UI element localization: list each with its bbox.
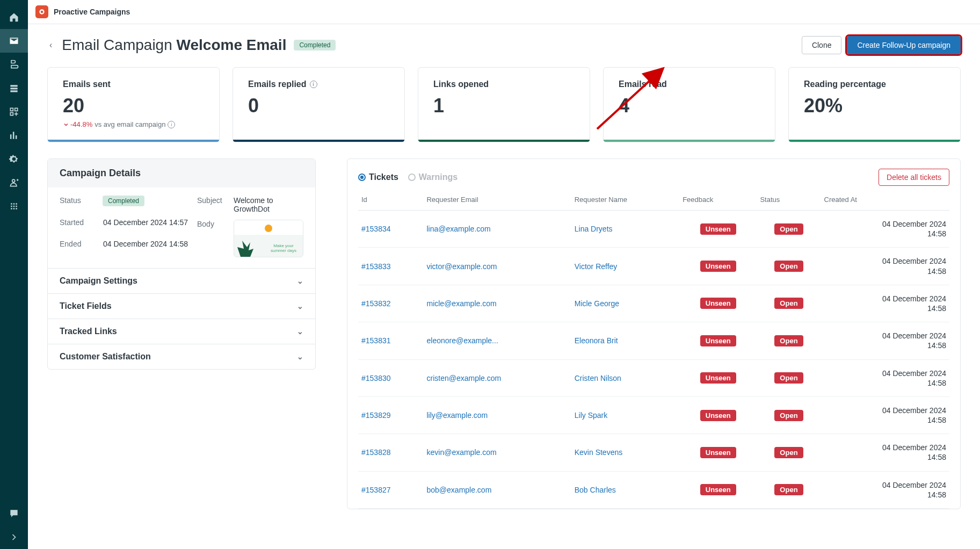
col-name: Requester Name [571, 191, 679, 211]
details-started: 04 December 2024 14:57 [103, 218, 188, 236]
nav-analytics[interactable] [0, 124, 28, 147]
chevron-down-icon: ⌄ [297, 277, 303, 285]
app-title: Proactive Campaigns [54, 8, 130, 16]
requester-name-link[interactable]: Bob Charles [575, 486, 616, 494]
nav-add[interactable] [0, 100, 28, 124]
requester-email-link[interactable]: victor@example.com [426, 262, 497, 271]
requester-email-link[interactable]: bob@example.com [426, 486, 491, 494]
status-badge: Open [774, 410, 803, 421]
requester-name-link[interactable]: Cristen Nilson [575, 374, 621, 382]
ticket-id-link[interactable]: #153834 [361, 225, 391, 233]
accordion-label: Customer Satisfaction [60, 352, 151, 362]
details-ended: 04 December 2024 14:58 [103, 240, 188, 257]
tickets-table: Id Requester Email Requester Name Feedba… [358, 191, 949, 509]
info-icon[interactable]: i [310, 81, 317, 88]
nav-home[interactable] [0, 5, 28, 29]
col-status: Status [757, 191, 821, 211]
stat-label: Links opened [433, 80, 575, 89]
ticket-id-link[interactable]: #153831 [361, 336, 391, 345]
label-started: Started [60, 218, 97, 236]
body-preview-thumbnail[interactable]: Make your summer days [234, 220, 303, 257]
feedback-badge: Unseen [700, 447, 736, 458]
chevron-down-icon: ⌄ [297, 352, 303, 361]
nav-email[interactable] [0, 29, 28, 53]
accordion-fields[interactable]: Ticket Fields ⌄ [48, 293, 315, 319]
accordion-label: Tracked Links [60, 327, 117, 336]
created-at: 04 December 202414:58 [821, 285, 949, 322]
requester-email-link[interactable]: kevin@example.com [426, 448, 496, 457]
nav-apps[interactable] [0, 194, 28, 218]
accordion-settings[interactable]: Campaign Settings ⌄ [48, 268, 315, 293]
delta-suffix: vs avg email campaign [95, 120, 165, 128]
table-row: #153830cristen@example.comCristen Nilson… [358, 359, 949, 396]
requester-name-link[interactable]: Kevin Stevens [575, 448, 623, 457]
created-at: 04 December 202414:58 [821, 248, 949, 285]
topbar: Proactive Campaigns [28, 0, 980, 24]
back-arrow[interactable]: ‹ [47, 38, 54, 52]
requester-email-link[interactable]: cristen@example.com [426, 374, 501, 382]
create-followup-button[interactable]: Create Follow-Up campaign [847, 36, 961, 54]
ticket-id-link[interactable]: #153830 [361, 374, 391, 382]
requester-name-link[interactable]: Victor Reffey [575, 262, 618, 271]
nav-templates[interactable] [0, 53, 28, 76]
nav-chat[interactable] [0, 502, 28, 525]
table-row: #153832micle@example.comMicle GeorgeUnse… [358, 285, 949, 322]
requester-email-link[interactable]: eleonore@example... [426, 336, 498, 345]
ticket-id-link[interactable]: #153827 [361, 486, 391, 494]
stat-value: 20% [804, 95, 945, 117]
accordion-csat[interactable]: Customer Satisfaction ⌄ [48, 344, 315, 369]
label-status: Status [60, 196, 97, 214]
requester-name-link[interactable]: Micle George [575, 299, 619, 308]
nav-settings[interactable] [0, 147, 28, 171]
requester-email-link[interactable]: lily@example.com [426, 411, 488, 420]
details-heading: Campaign Details [48, 159, 315, 187]
requester-email-link[interactable]: micle@example.com [426, 299, 496, 308]
stat-value: 0 [248, 95, 389, 117]
stat-emails-sent: Emails sent 20 -44.8% vs avg email campa… [47, 67, 220, 142]
status-badge: Open [774, 261, 803, 272]
feedback-badge: Unseen [700, 372, 736, 384]
details-subject: Welcome to GrowthDot [234, 196, 303, 213]
ticket-id-link[interactable]: #153828 [361, 448, 391, 457]
chevron-down-icon: ⌄ [297, 302, 303, 310]
info-icon[interactable]: i [168, 121, 175, 128]
requester-name-link[interactable]: Eleonora Brit [575, 336, 618, 345]
clone-button[interactable]: Clone [802, 36, 842, 54]
status-badge: Open [774, 298, 803, 309]
accordion-label: Campaign Settings [60, 276, 137, 286]
app-logo-icon [35, 5, 48, 18]
status-badge: Open [774, 223, 803, 235]
stat-emails-read: Emails read 4 [603, 67, 775, 142]
delete-all-button[interactable]: Delete all tickets [879, 169, 949, 186]
accordion-links[interactable]: Tracked Links ⌄ [48, 319, 315, 344]
nav-lists[interactable] [0, 76, 28, 100]
label-subject: Subject [197, 196, 229, 213]
feedback-badge: Unseen [700, 298, 736, 309]
nav-expand[interactable] [0, 525, 28, 549]
table-row: #153829lily@example.comLily SparkUnseenO… [358, 396, 949, 434]
created-at: 04 December 202414:58 [821, 471, 949, 508]
created-at: 04 December 202414:58 [821, 322, 949, 359]
tab-label: Tickets [369, 172, 398, 182]
stat-label: Emails sent [63, 80, 204, 89]
requester-name-link[interactable]: Lina Dryets [575, 225, 613, 233]
col-id: Id [358, 191, 423, 211]
tab-warnings[interactable]: Warnings [408, 172, 458, 182]
details-status-badge: Completed [103, 196, 144, 206]
ticket-id-link[interactable]: #153832 [361, 299, 391, 308]
ticket-id-link[interactable]: #153829 [361, 411, 391, 420]
stat-links-opened: Links opened 1 [418, 67, 590, 142]
page-title-name: Welcome Email [177, 37, 287, 53]
label-ended: Ended [60, 240, 97, 257]
ticket-id-link[interactable]: #153833 [361, 262, 391, 271]
tickets-panel: Tickets Warnings Delete all tickets Id [347, 158, 961, 509]
stat-emails-replied: Emails replied i 0 [233, 67, 405, 142]
feedback-badge: Unseen [700, 261, 736, 272]
svg-point-1 [41, 11, 43, 13]
feedback-badge: Unseen [700, 223, 736, 235]
requester-name-link[interactable]: Lily Spark [575, 411, 607, 420]
tab-tickets[interactable]: Tickets [358, 172, 398, 182]
nav-users[interactable] [0, 171, 28, 194]
stat-reading-pct: Reading percentage 20% [788, 67, 961, 142]
requester-email-link[interactable]: lina@example.com [426, 225, 490, 233]
